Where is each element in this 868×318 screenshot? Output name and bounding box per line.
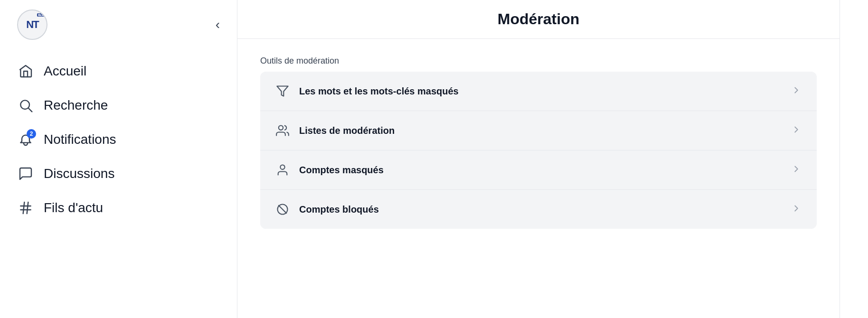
search-icon (17, 97, 34, 114)
sidebar-label-discussions: Discussions (44, 166, 114, 181)
tools-list: Les mots et les mots-clés masqués (260, 72, 817, 229)
tool-label-listes: Listes de modération (299, 125, 395, 136)
sidebar-item-recherche[interactable]: Recherche (0, 88, 237, 122)
sidebar-label-recherche: Recherche (44, 98, 108, 113)
sidebar-item-discussions[interactable]: Discussions (0, 157, 237, 191)
chevron-right-icon (791, 203, 802, 216)
sidebar-item-notifications[interactable]: 2 Notifications (0, 122, 237, 157)
sidebar-label-fils-actu: Fils d'actu (44, 200, 103, 215)
chat-icon (17, 165, 34, 182)
nav-list: Accueil Recherche 2 Notifications (0, 49, 237, 309)
chevron-right-icon (791, 85, 802, 98)
tool-left: Comptes bloqués (275, 202, 379, 216)
filter-icon (275, 84, 290, 98)
hash-icon (17, 199, 34, 216)
main-body: Outils de modération Les mots et les mot… (237, 39, 840, 318)
tool-mots-cles[interactable]: Les mots et les mots-clés masqués (260, 72, 817, 111)
logo-text: NT (26, 19, 38, 31)
svg-line-5 (27, 202, 28, 214)
sidebar-header: NT BLOG ‹ (0, 9, 237, 49)
right-panel (840, 0, 868, 318)
block-icon (275, 202, 290, 216)
tool-left: Comptes masqués (275, 163, 384, 177)
chevron-right-icon (791, 164, 802, 177)
tool-listes[interactable]: Listes de modération (260, 111, 817, 150)
user-icon (275, 163, 290, 177)
sidebar-item-accueil[interactable]: Accueil (0, 54, 237, 88)
sidebar-label-notifications: Notifications (44, 132, 116, 147)
svg-line-9 (279, 206, 286, 213)
section-label: Outils de modération (260, 56, 817, 66)
sidebar-label-accueil: Accueil (44, 64, 86, 79)
svg-line-1 (28, 108, 32, 112)
tool-comptes-bloques[interactable]: Comptes bloqués (260, 190, 817, 229)
tool-left: Listes de modération (275, 123, 395, 138)
sidebar-item-fils-actu[interactable]: Fils d'actu (0, 191, 237, 225)
sidebar: NT BLOG ‹ Accueil Recherche (0, 0, 237, 318)
tool-label-mots-cles: Les mots et les mots-clés masqués (299, 86, 459, 97)
logo-blog: BLOG (37, 13, 45, 17)
home-icon (17, 63, 34, 80)
logo[interactable]: NT BLOG (17, 9, 47, 40)
main-header: Modération (237, 0, 840, 39)
page-title: Modération (256, 10, 821, 28)
main-content: Modération Outils de modération Les mots… (237, 0, 840, 318)
svg-line-4 (23, 202, 25, 214)
back-button[interactable]: ‹ (216, 18, 220, 31)
bell-icon: 2 (17, 131, 34, 148)
tool-left: Les mots et les mots-clés masqués (275, 84, 459, 98)
notification-badge: 2 (27, 129, 36, 139)
svg-point-7 (280, 165, 284, 169)
svg-point-6 (279, 126, 283, 130)
chevron-right-icon (791, 124, 802, 137)
users-icon (275, 123, 290, 138)
tool-label-comptes-bloques: Comptes bloqués (299, 204, 379, 215)
tool-label-comptes-masques: Comptes masqués (299, 165, 384, 176)
tool-comptes-masques[interactable]: Comptes masqués (260, 150, 817, 190)
